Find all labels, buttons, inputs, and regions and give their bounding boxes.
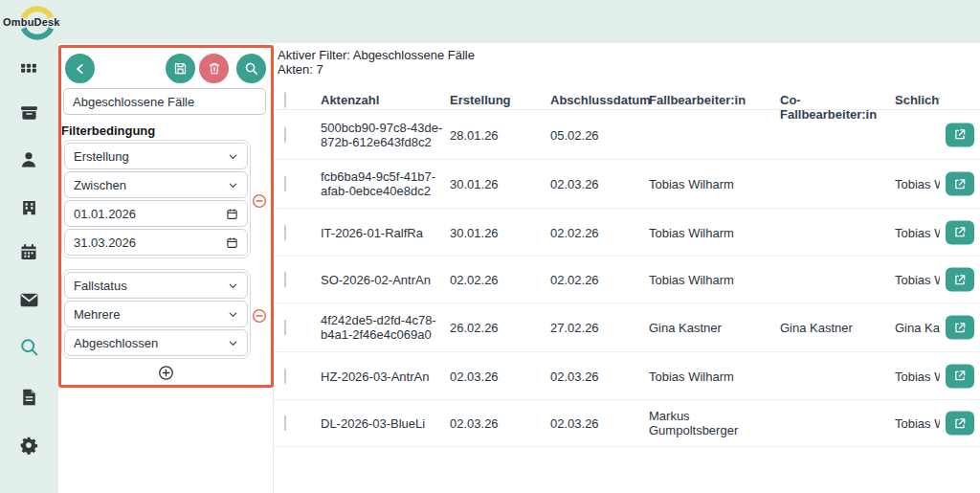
cell-erstellung: 30.01.26 bbox=[450, 177, 541, 191]
minus-circle-icon bbox=[252, 308, 267, 324]
open-case-button[interactable] bbox=[946, 412, 974, 436]
cell-fallbearbeiter: Tobias Wilharm bbox=[649, 225, 773, 239]
field-select[interactable]: Fallstatus bbox=[64, 272, 248, 299]
cell-aktenzahl: IT-2026-01-RalfRa bbox=[321, 225, 446, 239]
cell-erstellung: 02.03.26 bbox=[450, 416, 541, 431]
add-condition-button[interactable] bbox=[158, 365, 174, 381]
cell-abschlussdatum: 02.03.26 bbox=[550, 369, 648, 383]
external-link-icon bbox=[953, 177, 967, 190]
mail-icon bbox=[19, 292, 39, 308]
cell-fallbearbeiter: Tobias Wilharm bbox=[649, 177, 773, 191]
cell-erstellung: 28.01.26 bbox=[450, 127, 541, 142]
chevron-down-icon bbox=[228, 280, 238, 291]
open-case-button[interactable] bbox=[946, 316, 974, 340]
sidebar-item-search[interactable] bbox=[18, 336, 39, 357]
col-header-erstellung[interactable]: Erstellung bbox=[450, 93, 541, 107]
filter-condition-group-1: Erstellung Zwischen 01.01.2026 31.03.202… bbox=[61, 140, 251, 258]
table-body: 500bcb90-97c8-43de-872b-612e643fd8c2 28.… bbox=[274, 110, 980, 447]
row-checkbox[interactable] bbox=[284, 126, 286, 143]
row-checkbox[interactable] bbox=[284, 320, 286, 336]
table-header: Aktenzahl Erstellung Abschlussdatum Fall… bbox=[274, 81, 980, 110]
operator-select[interactable]: Zwischen bbox=[64, 171, 248, 198]
building-icon bbox=[20, 198, 38, 217]
open-case-button[interactable] bbox=[946, 220, 974, 244]
operator-select[interactable]: Mehrere bbox=[64, 301, 248, 327]
external-link-icon bbox=[953, 416, 967, 430]
cell-abschlussdatum: 27.02.26 bbox=[550, 321, 648, 335]
col-header-fallbearbeiter[interactable]: Fallbearbeiter:in bbox=[649, 93, 773, 107]
back-button[interactable] bbox=[65, 54, 95, 83]
cell-erstellung: 26.02.26 bbox=[450, 321, 541, 335]
minus-circle-icon bbox=[252, 193, 267, 209]
remove-condition-button[interactable] bbox=[252, 193, 267, 209]
open-case-button[interactable] bbox=[946, 172, 974, 196]
sidebar-item-archive[interactable] bbox=[18, 102, 39, 123]
cell-erstellung: 30.01.26 bbox=[450, 225, 541, 239]
topbar bbox=[0, 0, 980, 43]
col-header-schlichter[interactable]: Schlichter:in bbox=[895, 93, 940, 107]
sidebar-item-persons[interactable] bbox=[18, 149, 39, 170]
table-row: DL-2026-03-BlueLi 02.03.26 02.03.26 Mark… bbox=[274, 400, 980, 447]
cell-co-fallbearbeiter: Gina Kastner bbox=[780, 321, 887, 335]
sidebar-item-calendar[interactable] bbox=[18, 241, 39, 262]
sidebar-item-documents[interactable] bbox=[18, 387, 39, 408]
cell-abschlussdatum: 02.03.26 bbox=[550, 416, 648, 431]
chevron-down-icon bbox=[228, 309, 238, 320]
row-checkbox[interactable] bbox=[284, 176, 286, 192]
cell-aktenzahl: SO-2026-02-AntrAn bbox=[321, 273, 446, 287]
plus-circle-icon bbox=[158, 365, 174, 381]
col-header-aktenzahl[interactable]: Aktenzahl bbox=[321, 93, 446, 107]
app-logo[interactable]: OmbuDesk bbox=[0, 1, 80, 43]
cell-abschlussdatum: 05.02.26 bbox=[550, 127, 648, 142]
row-checkbox[interactable] bbox=[284, 272, 286, 288]
sidebar-item-apps[interactable] bbox=[18, 57, 39, 78]
chevron-down-icon bbox=[228, 180, 238, 190]
cell-schlichter: Tobias Wilharm bbox=[895, 225, 940, 239]
cell-aktenzahl: fcb6ba94-9c5f-41b7-afab-0ebce40e8dc2 bbox=[321, 169, 446, 198]
cell-fallbearbeiter: Markus Gumpoltsberger bbox=[649, 409, 773, 437]
save-icon bbox=[173, 61, 188, 76]
sidebar-item-mail[interactable] bbox=[18, 289, 39, 310]
external-link-icon bbox=[953, 321, 967, 334]
date-from-input[interactable]: 01.01.2026 bbox=[64, 200, 248, 227]
filter-condition-group-2: Fallstatus Mehrere Abgeschlossen bbox=[61, 269, 251, 359]
chevron-down-icon bbox=[228, 338, 238, 348]
cell-erstellung: 02.03.26 bbox=[450, 369, 541, 383]
table-row: 4f242de5-d2fd-4c78-b4a1-2f46e4c069a0 26.… bbox=[274, 303, 980, 352]
apps-grid-icon bbox=[19, 58, 38, 78]
select-all-checkbox[interactable] bbox=[284, 92, 286, 108]
chevron-left-icon bbox=[74, 62, 87, 76]
active-filter-label: Aktiver Filter: Abgeschlossene Fälle bbox=[278, 48, 475, 62]
cell-fallbearbeiter: Gina Kastner bbox=[649, 321, 773, 335]
value-select-value: Abgeschlossen bbox=[74, 336, 158, 350]
remove-condition-button[interactable] bbox=[252, 308, 267, 324]
value-select[interactable]: Abgeschlossen bbox=[64, 329, 248, 356]
cell-fallbearbeiter: Tobias Wilharm bbox=[649, 273, 773, 287]
open-case-button[interactable] bbox=[946, 364, 974, 388]
open-case-button[interactable] bbox=[946, 123, 974, 146]
calendar-icon bbox=[226, 208, 238, 220]
filter-name-input[interactable] bbox=[63, 88, 266, 115]
external-link-icon bbox=[953, 128, 967, 142]
filter-section-label: Filterbedingung bbox=[61, 123, 155, 138]
cell-fallbearbeiter: Tobias Wilharm bbox=[649, 369, 773, 383]
archive-icon bbox=[19, 103, 39, 123]
external-link-icon bbox=[953, 370, 967, 383]
table-row: SO-2026-02-AntrAn 02.02.26 02.02.26 Tobi… bbox=[274, 257, 980, 303]
filter-panel: Filterbedingung Erstellung Zwischen 01.0… bbox=[58, 43, 274, 493]
row-checkbox[interactable] bbox=[284, 224, 286, 240]
operator-select-value: Mehrere bbox=[74, 307, 120, 322]
open-case-button[interactable] bbox=[946, 268, 974, 292]
date-to-input[interactable]: 31.03.2026 bbox=[64, 229, 248, 256]
cell-schlichter: Tobias Wilharm bbox=[895, 177, 940, 191]
save-filter-button[interactable] bbox=[166, 54, 195, 83]
field-select[interactable]: Erstellung bbox=[64, 143, 248, 169]
cell-schlichter: Tobias Wilharm bbox=[895, 369, 940, 383]
delete-filter-button[interactable] bbox=[199, 54, 229, 83]
sidebar-item-organisation[interactable] bbox=[18, 197, 39, 218]
row-checkbox[interactable] bbox=[284, 415, 286, 432]
apply-search-button[interactable] bbox=[236, 54, 266, 83]
col-header-abschlussdatum[interactable]: Abschlussdatum bbox=[550, 93, 648, 107]
row-checkbox[interactable] bbox=[284, 368, 286, 384]
sidebar-item-settings[interactable] bbox=[18, 435, 39, 456]
